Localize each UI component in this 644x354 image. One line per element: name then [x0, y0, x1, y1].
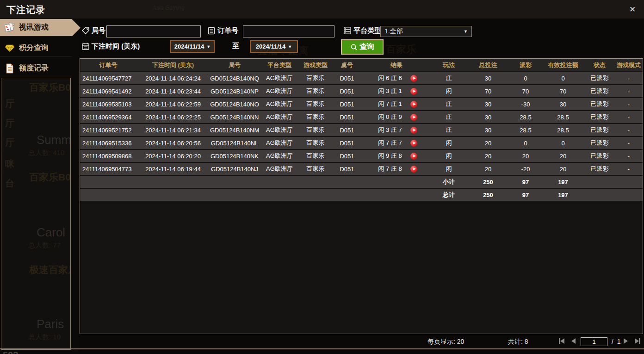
background-bleed-text: Carol — [37, 225, 65, 240]
bet-on-cell: 闲 — [431, 137, 467, 149]
payout-cell: -20 — [509, 163, 542, 175]
date-from-picker[interactable]: 2024/11/14 ▼ — [170, 40, 215, 53]
platform-cell: AG欧洲厅 — [260, 111, 299, 123]
column-header: 订单号 — [80, 59, 136, 71]
total-bet-cell: 20 — [467, 137, 509, 149]
total-bet-cell: 30 — [467, 98, 509, 110]
game-mode-cell: - — [615, 150, 643, 162]
table-row[interactable]: 2411140695098682024-11-14 06:20:20GD0512… — [80, 150, 643, 162]
game-type-cell: 百家乐 — [299, 111, 332, 123]
sidebar-tab-label: 额度记录 — [19, 63, 49, 73]
play-video-icon[interactable] — [410, 127, 417, 134]
valid-bet-cell: 28.5 — [542, 111, 584, 123]
status-cell: 已派彩 — [584, 150, 615, 162]
bet-time-cell: 2024-11-14 06:19:44 — [136, 163, 210, 175]
bet-on-cell: 庄 — [431, 111, 467, 123]
play-video-icon[interactable] — [410, 114, 417, 121]
gem-icon — [5, 43, 15, 53]
payout-sum-cell: 97 — [509, 189, 542, 201]
grand-total-row: 总计25097197 — [80, 189, 643, 201]
round-number-input[interactable] — [106, 25, 201, 37]
payout-sum-cell: 97 — [509, 176, 542, 188]
play-video-icon[interactable] — [410, 101, 417, 108]
column-header: 游戏类型 — [299, 59, 332, 71]
play-video-icon[interactable] — [410, 75, 417, 82]
result-text: 闲 6 庄 6 — [376, 74, 404, 82]
sidebar-tab-points-query[interactable]: 积分查询 — [0, 39, 72, 57]
valid-bet-sum-cell: 197 — [542, 189, 584, 201]
payout-cell: 28.5 — [509, 124, 542, 136]
total-bet-sum-cell: 250 — [467, 189, 509, 201]
filter-bar: 直播零距离 百家乐 局号 订单号 平台类型 1.全部 ▼ 下注时间 (美东) — [80, 19, 644, 58]
valid-bet-cell: 20 — [542, 150, 584, 162]
background-bleed-text: Summer — [37, 133, 71, 147]
column-header: 下注时间 (美东) — [136, 59, 210, 71]
payout-cell: 28.5 — [509, 111, 542, 123]
table-row[interactable]: 2411140695217522024-11-14 06:21:34GD0512… — [80, 124, 643, 136]
game-type-cell: 百家乐 — [299, 150, 332, 162]
result-cell: 闲 7 庄 8 — [362, 163, 431, 175]
table-row[interactable]: 2411140695153362024-11-14 06:20:56GD0512… — [80, 137, 643, 149]
sidebar-tab-video-games[interactable]: 9 K ♥ 视讯游戏 — [0, 19, 72, 37]
background-bleed-panel: 百家乐B01Summer总人数: 410百家乐B03Carol总人数: 77极速… — [1, 78, 71, 350]
play-video-icon[interactable] — [410, 88, 417, 95]
playing-cards-icon: 9 K ♥ — [5, 23, 15, 33]
bet-time-cell: 2024-11-14 06:23:44 — [136, 85, 210, 97]
round-id-cell: GD05124B140NL — [210, 137, 260, 149]
empty-cell — [362, 176, 431, 188]
background-bleed-text: 总人数: 77 — [28, 241, 61, 250]
bet-time-cell: 2024-11-14 06:20:56 — [136, 137, 210, 149]
background-text-fragment: 厅 — [5, 117, 14, 130]
first-page-button[interactable] — [559, 338, 564, 344]
total-bet-cell: 30 — [467, 72, 509, 84]
last-page-button[interactable] — [635, 338, 640, 344]
table-number-cell: D051 — [332, 150, 362, 162]
background-text-fragment: 台 — [5, 177, 14, 190]
bet-time-cell: 2024-11-14 06:21:34 — [136, 124, 210, 136]
page-number-input[interactable]: 1 — [581, 337, 607, 346]
dialog-titlebar: Asia Gaming 下注记录 ✕ — [0, 0, 644, 19]
round-id-cell: GD05124B140NO — [210, 98, 260, 110]
total-label-cell: 总计 — [431, 189, 467, 201]
column-header: 结果 — [362, 59, 431, 71]
records-table: 订单号下注时间 (美东)局号平台类型游戏类型桌号结果玩法总投注派彩有效投注额状态… — [80, 58, 643, 202]
next-page-button[interactable] — [624, 338, 628, 344]
order-number-input[interactable] — [243, 25, 334, 37]
total-bet-cell: 70 — [467, 85, 509, 97]
sidebar-tab-label: 积分查询 — [19, 43, 49, 53]
table-row[interactable]: 2411140695293642024-11-14 06:22:25GD0512… — [80, 111, 643, 123]
subtotal-row: 小计25097197 — [80, 176, 643, 188]
game-mode-cell: - — [615, 85, 643, 97]
dialog-title: 下注记录 — [6, 4, 45, 16]
result-cell: 闲 3 庄 7 — [362, 124, 431, 136]
sidebar-tab-label: 视讯游戏 — [19, 23, 49, 32]
table-row[interactable]: 2411140695047732024-11-14 06:19:44GD0512… — [80, 163, 643, 175]
close-icon[interactable]: ✕ — [627, 4, 638, 14]
bet-on-cell: 闲 — [431, 150, 467, 162]
bet-on-cell: 庄 — [431, 72, 467, 84]
order-id-cell: 241114069541492 — [80, 85, 136, 97]
bet-time-cell: 2024-11-14 06:24:24 — [136, 72, 210, 84]
prev-page-button[interactable] — [571, 338, 576, 344]
sidebar-tab-quota-records[interactable]: 额度记录 — [0, 60, 72, 77]
magnifier-icon — [350, 43, 358, 51]
date-to-picker[interactable]: 2024/11/14 ▼ — [250, 40, 298, 53]
status-cell: 已派彩 — [584, 124, 615, 136]
play-video-icon[interactable] — [410, 166, 417, 173]
platform-type-select[interactable]: 1.全部 ▼ — [380, 26, 472, 37]
round-id-cell: GD05124B140NK — [210, 150, 260, 162]
empty-cell — [136, 176, 210, 188]
play-video-icon[interactable] — [410, 140, 417, 147]
total-count-label: 共计: 8 — [508, 338, 528, 346]
table-row[interactable]: 2411140695351032024-11-14 06:22:59GD0512… — [80, 98, 643, 110]
valid-bet-cell: 28.5 — [542, 124, 584, 136]
status-cell: 已派彩 — [584, 111, 615, 123]
table-row[interactable]: 2411140695414922024-11-14 06:23:44GD0512… — [80, 85, 643, 97]
filter-watermark: 百家乐 — [386, 43, 416, 56]
game-type-cell: 百家乐 — [299, 85, 332, 97]
result-cell: 闲 0 庄 9 — [362, 111, 431, 123]
total-label-cell: 小计 — [431, 176, 467, 188]
play-video-icon[interactable] — [410, 153, 417, 160]
table-row[interactable]: 2411140695477272024-11-14 06:24:24GD0512… — [80, 72, 643, 84]
search-button[interactable]: 查询 — [341, 39, 384, 55]
